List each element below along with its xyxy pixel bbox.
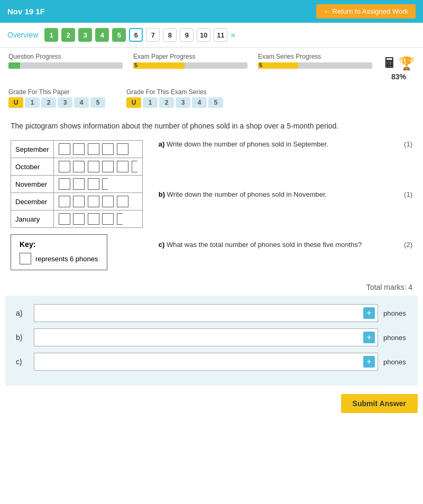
grade-series-cell-u: U [126,97,141,108]
nav-more[interactable]: » [231,30,235,40]
answer-label-c: c) [16,358,29,366]
return-button[interactable]: Return to Assigned Work [316,4,416,19]
grade-series-label: Grade For This Exam Series [126,88,223,96]
q-part-a-text: Write down the number of phones sold in … [167,140,328,148]
question-progress-group: Question Progress [8,53,123,69]
phone-symbol [73,161,85,172]
answer-plus-c[interactable]: + [363,356,375,368]
nav-num-4[interactable]: 4 [95,28,109,42]
phone-symbol-half [102,178,108,190]
key-item: represents 6 phones [20,253,98,264]
grade-cell-u: U [8,97,23,108]
grade-cell-2: 2 [41,97,56,108]
grade-series-cell-1: 1 [143,97,158,108]
answer-input-c[interactable] [34,353,378,371]
answer-label-b: b) [16,333,29,342]
phone-symbol [59,213,70,225]
series-progress-group: Exam Series Progress 5 [258,53,372,69]
paper-progress-group: Exam Paper Progress 5 [133,53,247,69]
grade-cell-1: 1 [25,97,40,108]
question-text: The pictogram shows information about th… [11,121,412,132]
nav-num-9[interactable]: 9 [180,28,194,42]
nav-num-11[interactable]: 11 [214,28,227,42]
q-part-c: c) What was the total number of phones s… [159,241,412,249]
q-part-c-text: What was the total number of phones sold… [167,241,362,249]
grade-cell-4: 4 [74,97,89,108]
nav-overview[interactable]: Overview [7,31,38,39]
grade-paper-group: Grade For This Paper U 1 2 3 4 5 [8,88,105,108]
nav-num-10[interactable]: 10 [197,28,210,42]
answer-unit-c: phones [383,358,407,366]
key-square [20,253,31,264]
phone-symbol [102,196,114,207]
nav-num-1[interactable]: 1 [44,28,58,42]
phone-symbol-half [117,213,123,225]
phone-symbol [73,213,85,225]
grade-series-cells: U 1 2 3 4 5 [126,97,223,108]
trophy-icon: 🏆 [399,56,415,71]
answer-row-b: b) + phones [16,328,407,346]
month-label-september: September [11,141,54,158]
series-progress-fill: 5 [258,62,298,69]
series-progress-bar: 5 [258,62,372,69]
phone-symbol-half [132,161,137,172]
question-progress-label: Question Progress [8,53,123,60]
grade-series-cell-2: 2 [159,97,174,108]
percent-label: 83% [391,72,406,81]
month-label-october: October [11,158,54,176]
grade-series-cell-4: 4 [192,97,207,108]
q-part-b-label: b) [159,190,167,198]
q-part-a: a) Write down the number of phones sold … [159,140,412,148]
q-part-c-label: c) [159,241,167,249]
nav-num-2[interactable]: 2 [61,28,75,42]
answer-label-a: a) [16,309,29,317]
key-text: represents 6 phones [35,255,98,263]
header-title: Nov 19 1F [7,7,45,16]
answer-row-c: c) + phones [16,353,407,371]
answer-plus-a[interactable]: + [363,307,375,319]
questions-side: a) Write down the number of phones sold … [159,140,412,257]
phone-symbol [88,143,99,155]
answer-plus-b[interactable]: + [363,332,375,343]
nav-num-6[interactable]: 6 [129,28,143,42]
table-row-november: November [11,176,143,193]
phone-symbol [88,178,99,190]
table-row-september: September [11,141,143,158]
answer-input-b[interactable] [34,328,378,346]
phone-symbol [73,143,85,155]
grade-section: Grade For This Paper U 1 2 3 4 5 Grade F… [0,86,423,112]
answer-row-a: a) + phones [16,304,407,322]
pictogram-table: September October [11,140,143,228]
grade-series-group: Grade For This Exam Series U 1 2 3 4 5 [126,88,223,108]
phone-symbol [102,161,114,172]
symbols-september [53,141,142,158]
phone-symbol [102,213,114,225]
nav-num-8[interactable]: 8 [163,28,177,42]
pictogram-left: September October [11,140,143,270]
q-part-b-text: Write down the number of phones sold in … [167,190,327,198]
symbols-december [53,193,142,210]
submit-button[interactable]: Submit Answer [341,394,418,413]
answer-input-wrap-a: + [34,304,378,322]
paper-progress-bar: 5 [133,62,247,69]
nav-num-5[interactable]: 5 [112,28,126,42]
table-row-january: January [11,210,143,228]
pictogram-area: September October [11,140,412,270]
q-part-a-label: a) [159,140,167,148]
nav-num-7[interactable]: 7 [146,28,160,42]
answer-unit-a: phones [383,309,407,317]
grade-series-cell-5: 5 [208,97,223,108]
q-part-b: b) Write down the number of phones sold … [159,190,412,198]
answer-input-wrap-c: + [34,353,378,371]
phone-symbol [102,143,114,155]
answer-section: a) + phones b) + phones c) + phones [5,296,418,386]
nav-num-3[interactable]: 3 [78,28,92,42]
month-label-november: November [11,176,54,193]
phone-symbol [59,178,70,190]
grade-paper-label: Grade For This Paper [8,88,105,96]
grade-cell-5: 5 [90,97,105,108]
phone-symbol [88,196,99,207]
answer-input-a[interactable] [34,304,378,322]
nav-bar: Overview 1 2 3 4 5 6 7 8 9 10 11 » [0,23,423,48]
phone-symbol [59,196,70,207]
